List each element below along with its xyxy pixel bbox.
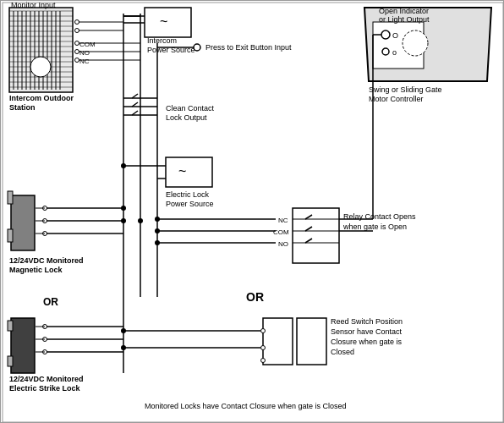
svg-text:~: ~ (178, 164, 186, 179)
svg-text:Power Source: Power Source (166, 200, 214, 208)
svg-point-157 (121, 163, 126, 168)
svg-text:o: o (392, 48, 397, 57)
svg-point-36 (75, 58, 79, 63)
svg-rect-76 (11, 195, 35, 250)
svg-text:Swing or Sliding Gate: Swing or Sliding Gate (369, 85, 442, 94)
svg-point-113 (403, 30, 428, 56)
svg-point-145 (155, 217, 160, 222)
svg-point-48 (194, 44, 200, 51)
svg-point-135 (261, 359, 266, 363)
svg-text:~: ~ (160, 14, 167, 29)
svg-text:NO: NO (79, 49, 90, 57)
svg-text:Monitor Input: Monitor Input (11, 1, 56, 9)
svg-point-107 (138, 218, 143, 223)
svg-text:Electric Strike Lock: Electric Strike Lock (9, 384, 81, 393)
svg-rect-1 (9, 8, 73, 92)
svg-point-147 (155, 240, 160, 245)
svg-text:12/24VDC Monitored: 12/24VDC Monitored (9, 256, 84, 265)
svg-text:Clean Contact: Clean Contact (166, 104, 215, 113)
svg-rect-90 (8, 356, 13, 366)
svg-text:Motor Controller: Motor Controller (369, 95, 424, 103)
svg-text:Monitored Locks have Contact C: Monitored Locks have Contact Closure whe… (145, 402, 347, 410)
svg-text:Closure when gate is: Closure when gate is (331, 338, 403, 346)
svg-rect-88 (11, 318, 35, 373)
svg-text:COM: COM (273, 228, 289, 236)
svg-point-106 (121, 218, 126, 223)
svg-text:Lock Output: Lock Output (166, 113, 207, 122)
svg-rect-77 (8, 191, 13, 204)
svg-point-149 (121, 345, 126, 350)
svg-text:Station: Station (9, 103, 36, 112)
svg-text:Open Indicator: Open Indicator (379, 7, 429, 15)
svg-point-134 (261, 346, 266, 350)
svg-point-146 (155, 228, 160, 233)
wiring-diagram: Monitor Input COM NO NC Intercom Outdoor… (0, 0, 504, 423)
svg-text:NO: NO (278, 240, 288, 248)
svg-point-133 (261, 329, 266, 333)
svg-point-30 (30, 57, 51, 77)
svg-text:Intercom Outdoor: Intercom Outdoor (9, 94, 74, 102)
svg-rect-70 (166, 157, 212, 187)
svg-text:Electric Lock: Electric Lock (166, 190, 210, 199)
svg-text:Press to Exit Button Input: Press to Exit Button Input (205, 43, 292, 52)
svg-text:12/24VDC Monitored: 12/24VDC Monitored (9, 375, 84, 383)
svg-text:COM: COM (79, 41, 96, 48)
svg-rect-42 (145, 8, 191, 37)
svg-point-109 (381, 30, 390, 39)
svg-point-148 (121, 328, 126, 333)
svg-point-34 (75, 41, 79, 46)
svg-text:O: O (392, 31, 398, 40)
svg-point-33 (75, 29, 79, 33)
svg-text:NC: NC (278, 217, 288, 224)
svg-text:Magnetic Lock: Magnetic Lock (9, 266, 63, 274)
svg-text:NC: NC (79, 58, 90, 65)
svg-text:OR: OR (43, 296, 58, 308)
svg-text:Intercom: Intercom (147, 36, 177, 45)
svg-text:Closed: Closed (331, 348, 354, 356)
svg-text:OR: OR (246, 290, 264, 304)
svg-point-32 (75, 20, 79, 25)
svg-rect-89 (8, 321, 13, 331)
svg-rect-131 (263, 318, 293, 365)
svg-point-111 (382, 48, 389, 55)
svg-rect-118 (293, 208, 339, 263)
svg-text:Reed Switch Position: Reed Switch Position (331, 317, 403, 326)
svg-point-35 (75, 50, 79, 54)
svg-text:or Light Output: or Light Output (379, 15, 430, 24)
svg-text:Sensor have Contact: Sensor have Contact (331, 327, 403, 336)
svg-rect-78 (8, 229, 13, 242)
svg-text:when gate is Open: when gate is Open (342, 222, 407, 231)
svg-point-105 (121, 206, 126, 211)
svg-rect-132 (297, 318, 326, 365)
